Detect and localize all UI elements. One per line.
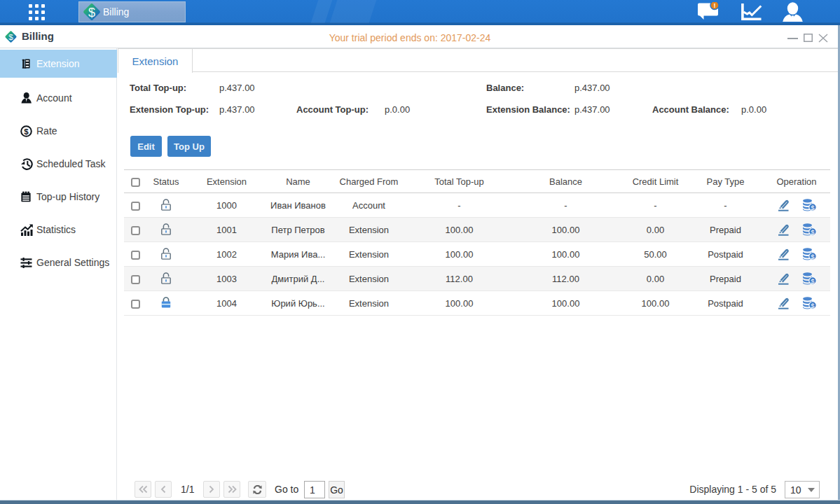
- svg-text:$: $: [811, 277, 815, 285]
- svg-text:$: $: [811, 302, 815, 309]
- svg-text:$: $: [24, 127, 29, 136]
- svg-text:$: $: [88, 6, 95, 20]
- svg-text:$: $: [811, 253, 815, 260]
- svg-text:$: $: [811, 228, 815, 236]
- svg-text:$: $: [811, 204, 815, 211]
- svg-text:!: !: [714, 2, 716, 9]
